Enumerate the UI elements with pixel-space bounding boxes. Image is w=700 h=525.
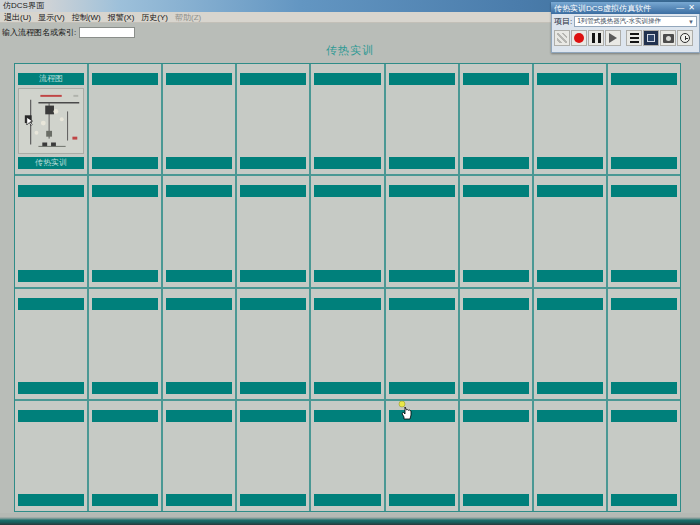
flow-grid-cell[interactable] bbox=[460, 289, 532, 399]
cell-top-bar bbox=[166, 298, 232, 310]
flow-grid-cell[interactable] bbox=[460, 401, 532, 511]
cell-top-bar bbox=[537, 185, 603, 197]
project-label: 项目: bbox=[554, 16, 572, 27]
cell-body bbox=[240, 197, 306, 269]
menu-item[interactable]: 退出(U) bbox=[4, 12, 31, 23]
flow-grid-cell[interactable] bbox=[460, 64, 532, 174]
flow-grid-cell[interactable] bbox=[534, 176, 606, 286]
snapshot-button[interactable] bbox=[660, 30, 676, 46]
flow-grid-cell[interactable] bbox=[89, 401, 161, 511]
flow-grid-cell[interactable] bbox=[311, 64, 383, 174]
flow-grid-cell[interactable] bbox=[608, 64, 680, 174]
flow-grid-cell[interactable] bbox=[237, 64, 309, 174]
flow-grid-cell[interactable] bbox=[15, 176, 87, 286]
record-button[interactable] bbox=[571, 30, 587, 46]
cell-top-bar bbox=[92, 73, 158, 85]
cell-bottom-bar bbox=[537, 270, 603, 282]
report-button[interactable] bbox=[626, 30, 642, 46]
flow-grid-cell[interactable] bbox=[237, 289, 309, 399]
flow-grid-cell[interactable] bbox=[608, 401, 680, 511]
cell-body bbox=[166, 85, 232, 157]
flow-grid-cell[interactable] bbox=[460, 176, 532, 286]
flow-grid-cell[interactable] bbox=[534, 401, 606, 511]
bottom-strip bbox=[0, 513, 700, 525]
minimize-button[interactable]: — bbox=[674, 3, 686, 13]
pause-button[interactable] bbox=[588, 30, 604, 46]
flow-cell-top-label[interactable]: 流程图 bbox=[18, 73, 84, 85]
cell-body bbox=[611, 310, 677, 382]
cell-bottom-bar bbox=[166, 270, 232, 282]
cell-bottom-bar bbox=[92, 382, 158, 394]
flow-grid-cell[interactable] bbox=[163, 289, 235, 399]
cell-bottom-bar bbox=[314, 382, 380, 394]
cell-top-bar bbox=[166, 73, 232, 85]
cell-top-bar bbox=[463, 185, 529, 197]
flow-grid-cell[interactable] bbox=[15, 401, 87, 511]
flow-grid: 流程图传热实训 bbox=[14, 63, 681, 512]
flow-grid-cell[interactable] bbox=[386, 64, 458, 174]
cell-body bbox=[314, 422, 380, 494]
flow-grid-cell[interactable] bbox=[386, 289, 458, 399]
cell-bottom-bar bbox=[314, 270, 380, 282]
flow-cell-bottom-label[interactable]: 传热实训 bbox=[18, 157, 84, 169]
menu-item[interactable]: 控制(W) bbox=[72, 12, 101, 23]
flow-grid-cell[interactable] bbox=[608, 176, 680, 286]
flow-diagram-thumbnail[interactable] bbox=[18, 88, 84, 154]
report-icon bbox=[630, 33, 639, 43]
clock-button[interactable] bbox=[677, 30, 693, 46]
flow-grid-cell[interactable] bbox=[237, 401, 309, 511]
cell-top-bar bbox=[240, 410, 306, 422]
cell-top-bar bbox=[166, 185, 232, 197]
flow-grid-cell[interactable] bbox=[386, 176, 458, 286]
cell-body bbox=[240, 85, 306, 157]
flow-grid-cell[interactable] bbox=[311, 401, 383, 511]
cell-top-bar bbox=[18, 185, 84, 197]
panel-titlebar[interactable]: 传热实训DCS虚拟仿真软件 — ✕ bbox=[551, 2, 700, 14]
select-region-icon bbox=[557, 33, 567, 43]
cell-bottom-bar bbox=[611, 270, 677, 282]
cell-top-bar bbox=[240, 185, 306, 197]
flow-grid-cell[interactable] bbox=[163, 176, 235, 286]
cell-top-bar bbox=[611, 73, 677, 85]
flow-grid-cell[interactable] bbox=[163, 401, 235, 511]
cell-top-bar bbox=[537, 73, 603, 85]
cell-bottom-bar bbox=[240, 157, 306, 169]
cell-top-bar bbox=[611, 410, 677, 422]
flow-grid-cell[interactable] bbox=[89, 176, 161, 286]
cell-bottom-bar bbox=[463, 270, 529, 282]
flow-grid-cell[interactable] bbox=[608, 289, 680, 399]
flow-grid-cell[interactable] bbox=[386, 401, 458, 511]
menu-item[interactable]: 历史(Y) bbox=[141, 12, 168, 23]
cell-top-bar bbox=[611, 298, 677, 310]
play-button[interactable] bbox=[605, 30, 621, 46]
cell-body bbox=[314, 310, 380, 382]
close-button[interactable]: ✕ bbox=[686, 3, 697, 13]
cell-body bbox=[389, 422, 455, 494]
menu-item[interactable]: 显示(V) bbox=[38, 12, 65, 23]
menu-item[interactable]: 报警(X) bbox=[108, 12, 135, 23]
flow-grid-cell[interactable] bbox=[534, 289, 606, 399]
cell-top-bar bbox=[389, 73, 455, 85]
cell-body bbox=[314, 197, 380, 269]
project-dropdown[interactable]: 1列管式换热器汽-水实训操作 ▼ bbox=[574, 16, 697, 27]
search-input[interactable] bbox=[79, 27, 135, 38]
simulation-button[interactable] bbox=[643, 30, 659, 46]
cell-body bbox=[18, 197, 84, 269]
cell-bottom-bar bbox=[537, 494, 603, 506]
flow-grid-cell[interactable] bbox=[15, 289, 87, 399]
cell-bottom-bar bbox=[537, 157, 603, 169]
flow-grid-cell[interactable] bbox=[534, 64, 606, 174]
project-dropdown-value: 1列管式换热器汽-水实训操作 bbox=[577, 17, 688, 26]
flow-grid-cell[interactable] bbox=[163, 64, 235, 174]
flow-grid-cell-active[interactable]: 流程图传热实训 bbox=[15, 64, 87, 174]
select-region-button[interactable] bbox=[554, 30, 570, 46]
flow-grid-cell[interactable] bbox=[89, 64, 161, 174]
flow-grid-cell[interactable] bbox=[237, 176, 309, 286]
cell-body bbox=[166, 197, 232, 269]
cell-body bbox=[463, 197, 529, 269]
flow-grid-cell[interactable] bbox=[311, 289, 383, 399]
flow-grid-cell[interactable] bbox=[311, 176, 383, 286]
screen: { "window": { "title": "仿DCS界面" }, "menu… bbox=[0, 0, 700, 525]
cell-body bbox=[389, 197, 455, 269]
flow-grid-cell[interactable] bbox=[89, 289, 161, 399]
